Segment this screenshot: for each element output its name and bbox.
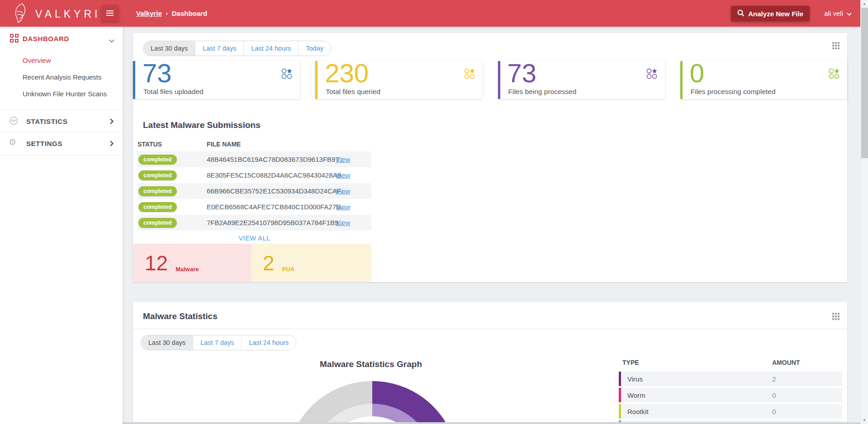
stat-value: 0 — [690, 59, 704, 87]
circles-star-icon — [828, 68, 840, 81]
scrollbar-thumb[interactable] — [861, 8, 868, 158]
malware-count-box: 12 Malware — [133, 244, 251, 282]
column-status: STATUS — [138, 141, 162, 148]
chevron-down-icon — [109, 37, 114, 45]
scroll-up-arrow-icon[interactable]: ▲ — [861, 2, 868, 6]
status-badge: completed — [138, 155, 177, 165]
type-table-header: TYPE AMOUNT — [619, 357, 842, 369]
malware-count: 12 — [145, 251, 168, 275]
filter-last-24-hours[interactable]: Last 24 hours — [241, 335, 296, 350]
filter-last-30-days[interactable]: Last 30 days — [143, 41, 195, 56]
analyze-new-file-button[interactable]: Analyze New File — [731, 6, 810, 21]
submissions-table-header: STATUS FILE NAME — [138, 140, 371, 151]
sidebar-item-dashboard[interactable]: DASHBOARD — [0, 27, 123, 49]
search-icon — [737, 9, 745, 18]
sidebar-settings-label: SETTINGS — [26, 140, 62, 147]
sidebar: DASHBOARD Overview Recent Analysis Reque… — [0, 27, 123, 424]
table-row-virus: Virus 2 — [619, 372, 842, 386]
dashboard-grid-icon — [10, 34, 19, 42]
amount-link[interactable]: 0 — [772, 408, 776, 415]
stat-label: Files processing completed — [691, 88, 776, 96]
circles-star-icon — [281, 68, 293, 81]
filter-today[interactable]: Today — [298, 41, 331, 56]
stat-value: 73 — [508, 59, 537, 87]
overview-time-filter: Last 30 days Last 7 days Last 24 hours T… — [143, 41, 331, 56]
app-header: VALKYRIE Valkyrie › Dashboard Analyze Ne… — [0, 0, 868, 27]
amount-link[interactable]: 0 — [772, 391, 776, 399]
table-row: completed 8E305FE5C15C0882D4A6CAC9843042… — [138, 167, 371, 183]
vertical-scrollbar[interactable]: ▲ ▼ — [860, 0, 868, 424]
sidebar-item-unknown-file-hunter-scans[interactable]: Unknown File Hunter Scans — [0, 85, 123, 102]
breadcrumb-separator-icon: › — [166, 10, 168, 17]
stats-row: 73 Total files uploaded 230 Total files … — [133, 61, 847, 99]
widget-grid-icon[interactable] — [832, 313, 840, 320]
view-link[interactable]: View — [336, 171, 350, 179]
column-file-name: FILE NAME — [207, 141, 241, 148]
widget-grid-icon[interactable] — [832, 42, 840, 49]
user-name: ali veli — [824, 9, 843, 17]
divider — [133, 329, 847, 329]
analyze-button-label: Analyze New File — [748, 10, 803, 18]
breadcrumb-root-link[interactable]: Valkyrie — [136, 9, 162, 17]
malware-statistics-graph-title: Malware Statistics Graph — [262, 359, 479, 369]
file-name: 8E305FE5C15C0882D4A6CAC98430428A9... — [207, 171, 346, 179]
statistics-pulse-icon — [9, 116, 18, 127]
malware-statistics-card: Malware Statistics Last 30 days Last 7 d… — [133, 302, 847, 424]
pua-count: 2 — [263, 251, 275, 275]
breadcrumb-current: Dashboard — [172, 9, 207, 17]
view-link[interactable]: View — [336, 203, 350, 211]
sidebar-item-recent-analysis-requests[interactable]: Recent Analysis Requests — [0, 69, 123, 85]
submissions-table: STATUS FILE NAME completed 48B46451BC619… — [138, 140, 371, 231]
valkyrie-logo-icon — [13, 3, 32, 25]
filter-last-30-days[interactable]: Last 30 days — [141, 335, 193, 350]
stat-card-files-uploaded: 73 Total files uploaded — [133, 61, 300, 99]
chevron-right-icon — [110, 118, 114, 126]
column-amount: AMOUNT — [772, 359, 800, 366]
stat-card-files-queried: 230 Total files queried — [315, 61, 482, 99]
amount-link[interactable]: 2 — [772, 375, 776, 383]
status-badge: completed — [138, 170, 177, 180]
sidebar-dashboard-label: DASHBOARD — [23, 35, 69, 42]
filter-last-7-days[interactable]: Last 7 days — [193, 335, 241, 350]
chevron-down-icon — [847, 9, 852, 17]
scroll-down-arrow-icon[interactable]: ▼ — [861, 418, 868, 422]
stat-value: 73 — [142, 59, 172, 87]
breadcrumb: Valkyrie › Dashboard — [136, 0, 207, 27]
sidebar-toggle-button[interactable] — [101, 5, 119, 21]
user-menu[interactable]: ali veli — [824, 0, 852, 27]
sidebar-item-statistics[interactable]: STATISTICS — [0, 109, 123, 132]
view-link[interactable]: View — [336, 187, 350, 195]
malware-type-table: TYPE AMOUNT Virus 2 Worm 0 Rootkit 0 — [619, 357, 842, 424]
type-name: Worm — [627, 391, 645, 399]
table-row: completed 66B966CBE35752E1C530934D348D24… — [138, 183, 371, 199]
valkyrie-logo[interactable]: VALKYRIE — [13, 3, 111, 25]
pua-count-box: 2 PUA — [251, 244, 371, 282]
dashboard-submenu: Overview Recent Analysis Requests Unknow… — [0, 49, 123, 109]
sidebar-item-settings[interactable]: ⚙ SETTINGS — [0, 132, 123, 155]
view-all-button[interactable]: VIEW ALL — [138, 235, 371, 242]
file-name: 7FB2A89E2E25410798D95B037A784F1B9... — [207, 219, 344, 226]
circles-star-icon — [464, 68, 475, 81]
type-name: Rootkit — [627, 408, 649, 415]
brand-name: VALKYRIE — [35, 4, 111, 24]
view-link[interactable]: View — [336, 155, 350, 163]
table-row-worm: Worm 0 — [619, 388, 842, 402]
table-row-rootkit: Rootkit 0 — [619, 404, 842, 419]
table-row: completed 7FB2A89E2E25410798D95B037A784F… — [138, 215, 371, 231]
chevron-right-icon — [110, 140, 114, 148]
status-badge: completed — [138, 186, 177, 196]
view-link[interactable]: View — [336, 219, 350, 226]
sidebar-statistics-label: STATISTICS — [26, 118, 67, 125]
malware-statistics-title: Malware Statistics — [143, 311, 218, 321]
stat-label: Total files uploaded — [143, 88, 204, 96]
circles-star-icon — [646, 68, 658, 81]
filter-last-24-hours[interactable]: Last 24 hours — [243, 41, 298, 56]
table-row: completed E0ECB6568C4AFEC7CB840C1D000FA2… — [138, 199, 371, 215]
overview-card: Last 30 days Last 7 days Last 24 hours T… — [133, 33, 847, 282]
status-badge: completed — [138, 218, 177, 228]
filter-last-7-days[interactable]: Last 7 days — [195, 41, 243, 56]
sidebar-item-overview[interactable]: Overview — [0, 52, 123, 69]
horizontal-scrollbar[interactable] — [123, 422, 860, 424]
latest-malware-submissions-title: Latest Malware Submissions — [143, 120, 261, 130]
table-row: completed 48B46451BC619AC78D083673D9613F… — [138, 151, 371, 167]
